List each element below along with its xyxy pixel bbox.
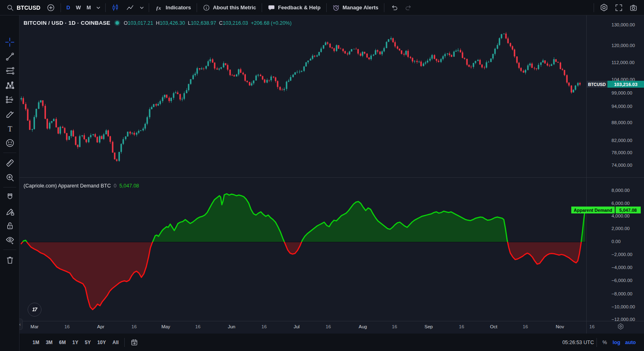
price-chart-canvas[interactable] [20,15,586,177]
chart-type-line-button[interactable] [123,2,137,13]
timeframe-menu-button[interactable] [94,2,103,13]
crosshair-tool-button[interactable] [4,36,16,48]
price-axis[interactable]: 130,000.00120,000.00112,000.00104,000.00… [586,15,644,334]
percent-scale-button[interactable]: % [599,340,610,345]
time-tick-label: Sep [420,324,438,329]
price-tick-label: 99,000.00 [611,90,632,95]
forecast-icon [5,95,15,104]
time-tick-label: Nov [551,324,569,329]
text-icon: T [5,124,15,134]
range-6m-button[interactable]: 6M [56,337,69,348]
main-series-legend[interactable]: BITCOIN / USD · 1D · COINBASE O103,017.2… [24,20,292,26]
time-axis[interactable]: Mar16Apr16May16Jun16Jul16Aug16Sep16Oct16… [0,321,644,334]
timeframe-month-button[interactable]: M [84,2,94,13]
manage-alerts-button[interactable]: Manage Alerts [329,2,382,13]
hide-drawings-button[interactable] [4,234,16,246]
price-axis-divider [586,15,587,334]
fullscreen-icon [615,4,623,12]
text-tool-button[interactable]: T [4,123,16,135]
auto-scale-button[interactable]: auto [623,340,638,345]
time-axis-divider [20,321,644,321]
indicator-title: (Capriole.com) Apparent Demand BTC [24,183,111,189]
range-1y-button[interactable]: 1Y [69,337,82,348]
xabcd-pattern-icon [5,81,15,90]
indicators-button[interactable]: ƒx Indicators [152,2,194,13]
time-tick-label: Aug [354,324,372,329]
indicator-chart-canvas[interactable] [20,177,586,321]
log-scale-button[interactable]: log [610,340,623,345]
fullscreen-button[interactable] [611,2,626,13]
trend-line-tool-button[interactable] [4,50,16,62]
feedback-help-button[interactable]: Feedback & Help [265,2,324,13]
range-3m-button[interactable]: 3M [43,337,56,348]
snapshot-button[interactable] [626,2,641,13]
series-title: BITCOIN / USD · 1D · COINBASE [24,20,111,26]
ruler-icon [5,158,15,168]
pattern-tool-button[interactable] [4,79,16,91]
price-tick-label: −2,000.00 [611,252,632,257]
price-tick-label: −10,000.00 [611,304,635,309]
pane-divider[interactable] [20,177,644,178]
time-tick-label: 16 [386,324,403,329]
time-tick-label: Mar [26,324,43,329]
chart-type-menu-button[interactable] [137,2,146,13]
compare-add-button[interactable] [43,2,58,13]
calendar-icon [130,338,138,346]
symbol-search-button[interactable]: BTCUSD [3,2,43,13]
toolbar-divider [105,3,106,12]
price-tick-label: 94,000.00 [611,104,632,109]
range-10y-button[interactable]: 10Y [94,337,109,348]
zoom-in-tool-button[interactable] [4,171,16,183]
range-5y-button[interactable]: 5Y [82,337,94,348]
price-tick-label: 78,000.00 [611,150,632,155]
measure-tool-button[interactable] [4,157,16,169]
info-icon [203,4,210,11]
time-tick-label: 16 [255,324,273,329]
timezone-clock-button[interactable]: 05:26:53 UTC [562,340,594,345]
goto-date-button[interactable] [127,337,141,348]
magnet-mode-button[interactable] [4,191,16,203]
bottom-toolbar: 1M 3M 6M 1Y 5Y 10Y All 05:26:53 UTC % lo… [20,334,644,351]
undo-button[interactable] [387,2,401,13]
time-tick-label: 16 [516,324,534,329]
chart-type-candles-button[interactable] [108,2,123,13]
price-tick-label: 0.00 [611,239,620,244]
eye-icon [5,235,15,245]
tradingview-logo[interactable]: 17 [28,303,41,317]
magnet-icon [5,192,15,202]
toolbar-divider [594,3,594,12]
price-tick-label: 112,000.00 [611,60,635,65]
time-tick-label: Jun [223,324,241,329]
toolbar-divider [61,3,61,12]
badge-label: Apparent Demand [571,207,615,213]
time-axis-settings-button[interactable] [617,323,624,331]
close-value: 103,216.03 [223,20,248,26]
indicator-value-badge: Apparent Demand 5,047.08 [571,207,641,213]
smiley-icon [5,138,15,148]
remove-drawings-button[interactable] [4,254,16,266]
svg-text:T: T [8,125,12,133]
range-1m-button[interactable]: 1M [29,337,43,348]
lock-drawings-button[interactable] [4,220,16,232]
price-tick-label: 130,000.00 [611,22,635,27]
timeframe-week-button[interactable]: W [73,2,84,13]
brush-tool-button[interactable] [4,108,16,120]
time-tick-label: Jul [288,324,306,329]
time-tick-label: Oct [485,324,503,329]
last-price-badge: BTCUSD 103,216.03 [586,81,644,88]
trend-line-icon [5,52,15,61]
zoom-in-icon [5,173,15,182]
plus-circle-icon [47,4,55,12]
forecast-tool-button[interactable] [4,93,16,106]
indicator-legend[interactable]: (Capriole.com) Apparent Demand BTC 0 5,0… [24,183,139,189]
fib-retracement-tool-button[interactable] [4,65,16,77]
about-metric-button[interactable]: About this Metric [199,2,259,13]
badge-value: 5,047.08 [616,207,641,213]
market-status-icon[interactable] [115,21,119,25]
range-all-button[interactable]: All [109,337,122,348]
drawing-mode-button[interactable] [4,205,16,217]
timeframe-day-button[interactable]: D [63,2,73,13]
chart-settings-button[interactable] [596,2,611,13]
emoji-tool-button[interactable] [4,137,16,149]
redo-button[interactable] [401,2,416,13]
